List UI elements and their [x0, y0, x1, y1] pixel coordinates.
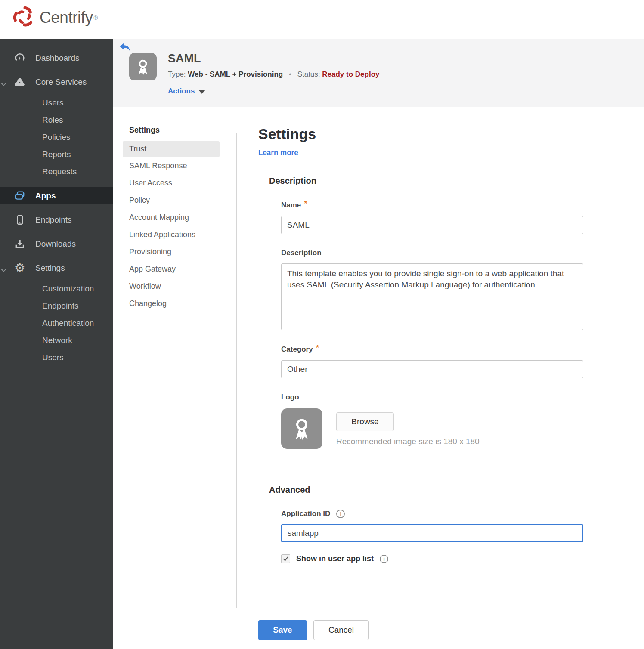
centrify-swirl-icon [12, 5, 35, 30]
sidebar-item-authentication[interactable]: Authentication [0, 315, 113, 332]
save-button[interactable]: Save [258, 620, 307, 640]
sidebar-item-label: Reports [42, 150, 71, 159]
sidebar-item-requests[interactable]: Requests [0, 163, 113, 180]
main-sidebar: Dashboards Core Services Users Roles Pol… [0, 39, 113, 649]
subnav-item-trust[interactable]: Trust [123, 141, 220, 157]
subnav-item-linked-applications[interactable]: Linked Applications [113, 226, 237, 243]
name-field[interactable] [281, 216, 583, 234]
app-page-header: SAML Type: Web - SAML + Provisioning • S… [113, 39, 644, 107]
status-label: Status: [297, 70, 320, 78]
core-services-icon [14, 77, 25, 88]
subnav-item-label: Linked Applications [129, 230, 195, 239]
logo-preview [281, 408, 322, 449]
subnav-item-label: Workflow [129, 282, 161, 291]
page-title: Settings [258, 126, 594, 142]
subnav-item-app-gateway[interactable]: App Gateway [113, 260, 237, 278]
cancel-button[interactable]: Cancel [313, 620, 369, 640]
subnav-item-label: Policy [129, 196, 150, 205]
show-in-user-app-list-label: Show in user app list [296, 554, 374, 563]
subnav-item-policy[interactable]: Policy [113, 192, 237, 209]
required-asterisk: * [304, 199, 307, 208]
sidebar-item-label: Customization [42, 284, 94, 294]
actions-label: Actions [168, 87, 195, 96]
mobile-device-icon [14, 214, 25, 226]
chevron-down-icon [1, 80, 6, 88]
name-label: Name* [281, 201, 594, 210]
subnav-item-label: Provisioning [129, 247, 171, 257]
brand-name: Centrify [40, 9, 93, 27]
sidebar-item-label: Policies [42, 133, 70, 142]
sidebar-item-users[interactable]: Users [0, 94, 113, 111]
sidebar-item-reports[interactable]: Reports [0, 146, 113, 163]
sidebar-item-roles[interactable]: Roles [0, 111, 113, 129]
sidebar-item-core-services[interactable]: Core Services [0, 74, 113, 91]
subnav-item-label: User Access [129, 179, 172, 188]
download-icon [14, 238, 25, 250]
application-id-field[interactable] [281, 524, 583, 542]
logo-size-hint: Recommended image size is 180 x 180 [336, 437, 480, 446]
subnav-item-changelog[interactable]: Changelog [113, 295, 237, 312]
browse-button[interactable]: Browse [336, 412, 394, 431]
dot-separator: • [289, 70, 291, 78]
content-divider [236, 133, 237, 608]
logo-label: Logo [281, 393, 594, 402]
description-section-heading: Description [269, 176, 594, 186]
subnav-item-workflow[interactable]: Workflow [113, 278, 237, 295]
chevron-down-icon [1, 266, 6, 274]
sidebar-item-customization[interactable]: Customization [0, 280, 113, 297]
settings-subnav: Settings Trust SAML Response User Access… [113, 107, 237, 312]
description-field[interactable]: This template enables you to provide sin… [281, 263, 583, 330]
chevron-down-icon [198, 90, 205, 94]
sidebar-item-label: Users [42, 353, 64, 362]
sidebar-item-label: Settings [35, 263, 65, 273]
sidebar-item-label: Dashboards [35, 53, 79, 63]
sidebar-item-endpoints[interactable]: Endpoints [0, 211, 113, 229]
subnav-item-account-mapping[interactable]: Account Mapping [113, 209, 237, 226]
subnav-item-label: Changelog [129, 299, 167, 308]
sidebar-item-policies[interactable]: Policies [0, 129, 113, 146]
sidebar-item-label: Users [42, 98, 64, 108]
sidebar-item-label: Downloads [35, 239, 76, 249]
sidebar-item-dashboards[interactable]: Dashboards [0, 49, 113, 67]
sidebar-item-downloads[interactable]: Downloads [0, 235, 113, 253]
sidebar-item-settings-endpoints[interactable]: Endpoints [0, 297, 113, 315]
info-icon[interactable]: i [336, 510, 345, 518]
sidebar-item-settings-users[interactable]: Users [0, 349, 113, 366]
sidebar-item-label: Apps [35, 191, 56, 201]
sidebar-item-network[interactable]: Network [0, 332, 113, 349]
app-meta-line: Type: Web - SAML + Provisioning • Status… [168, 70, 379, 79]
subnav-item-label: App Gateway [129, 265, 176, 274]
gear-icon: ⚙ [14, 263, 25, 274]
info-icon[interactable]: i [380, 555, 388, 563]
subnav-item-label: Account Mapping [129, 213, 189, 222]
apps-icon [14, 190, 25, 201]
application-id-label: Application ID i [281, 510, 594, 518]
app-logo-badge [129, 53, 157, 80]
form-footer: Save Cancel [258, 620, 369, 640]
subnav-item-saml-response[interactable]: SAML Response [113, 157, 237, 174]
sidebar-item-label: Network [42, 336, 72, 345]
category-label: Category* [281, 345, 594, 354]
subnav-item-user-access[interactable]: User Access [113, 174, 237, 192]
category-field[interactable] [281, 360, 583, 378]
back-arrow-icon[interactable] [119, 42, 130, 53]
sidebar-item-label: Endpoints [35, 215, 72, 225]
sidebar-item-apps[interactable]: Apps [0, 187, 113, 204]
sidebar-item-label: Roles [42, 115, 63, 125]
sidebar-item-label: Core Services [35, 77, 87, 87]
brand-logo[interactable]: Centrify ® [12, 5, 98, 30]
top-bar: Centrify ® [0, 0, 644, 39]
subnav-item-provisioning[interactable]: Provisioning [113, 243, 237, 260]
subnav-title: Settings [129, 126, 237, 135]
required-asterisk: * [316, 343, 319, 352]
learn-more-link[interactable]: Learn more [258, 148, 298, 157]
status-badge: Ready to Deploy [322, 70, 379, 78]
app-title: SAML [168, 52, 201, 65]
subnav-item-label: Trust [129, 145, 146, 154]
show-in-user-app-list-checkbox[interactable] [281, 554, 290, 563]
advanced-section-heading: Advanced [269, 485, 594, 495]
actions-dropdown[interactable]: Actions [168, 87, 205, 96]
gauge-icon [14, 53, 25, 64]
sidebar-item-settings[interactable]: ⚙ Settings [0, 260, 113, 277]
description-label: Description [281, 249, 594, 257]
